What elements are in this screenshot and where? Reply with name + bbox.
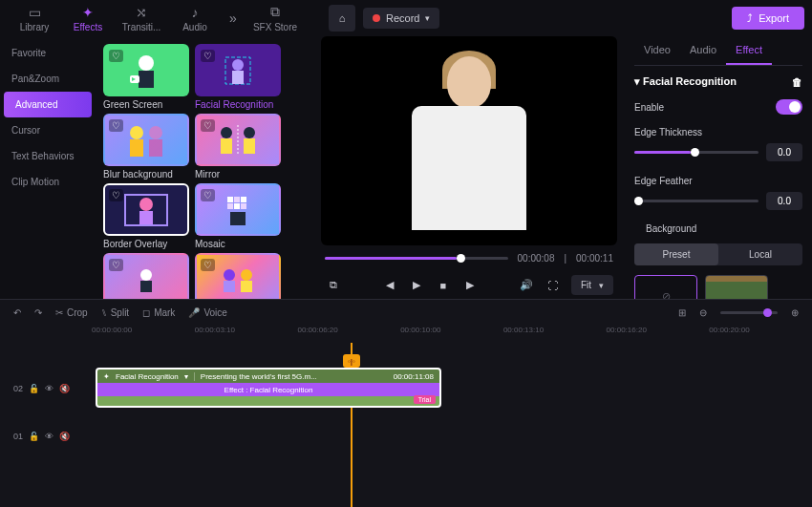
- bg-tab-local[interactable]: Local: [718, 243, 802, 265]
- progress-handle[interactable]: [457, 254, 465, 263]
- effect-label: Mirror: [195, 169, 281, 180]
- edge-thickness-value[interactable]: 0.0: [766, 143, 802, 161]
- rtab-effect[interactable]: Effect: [726, 36, 772, 65]
- clip-effect-name: Facial Recognition: [116, 372, 179, 381]
- next-icon: ▶: [466, 279, 474, 291]
- time-current: 00:00:08: [518, 253, 555, 264]
- prev-frame-button[interactable]: ◀: [381, 277, 398, 294]
- progress-bar[interactable]: [325, 257, 508, 260]
- sidebar-item-favorite[interactable]: Favorite: [0, 40, 96, 66]
- tab-more[interactable]: »: [222, 0, 245, 36]
- effect-item[interactable]: ♡: [103, 253, 189, 299]
- clip-duration: 00:00:11:08: [394, 372, 434, 381]
- edge-feather-slider[interactable]: [634, 200, 759, 202]
- play-icon: ▶: [413, 279, 420, 291]
- tab-transitions[interactable]: ⤭Transiti...: [115, 0, 168, 36]
- svg-rect-25: [230, 212, 246, 225]
- fit-timeline-button[interactable]: ⊞: [678, 307, 686, 318]
- svg-rect-19: [227, 197, 233, 202]
- fit-icon: ⊞: [678, 307, 686, 318]
- crop-tool[interactable]: ✂Crop: [55, 307, 88, 318]
- transitions-icon: ⤭: [136, 5, 147, 20]
- store-icon: ⧉: [270, 4, 280, 20]
- video-clip[interactable]: ✦ Facial Recognition ▾ Presenting the wo…: [96, 368, 441, 408]
- mark-tool[interactable]: ◻Mark: [142, 307, 175, 318]
- track-number: 02: [13, 384, 23, 393]
- effect-blur-background[interactable]: ♡ Blur background: [103, 114, 189, 180]
- effect-title: Facial Recognition: [643, 75, 737, 87]
- effect-mirror[interactable]: ♡ Mirror: [195, 114, 281, 180]
- effect-green-screen[interactable]: ♡ Green Screen: [103, 44, 189, 110]
- zoom-out-button[interactable]: ⊖: [699, 307, 707, 318]
- tab-sfx-store[interactable]: ⧉SFX Store: [245, 0, 306, 36]
- clip-title: Presenting the world's first 5G.m...: [194, 372, 317, 381]
- svg-rect-6: [232, 71, 244, 84]
- effect-mosaic[interactable]: ♡ Mosaic: [195, 183, 281, 249]
- sidebar-item-advanced[interactable]: Advanced: [4, 92, 92, 117]
- collapse-icon: ▾: [634, 75, 640, 87]
- plus-icon: ⊕: [791, 307, 799, 318]
- chevron-down-icon: ▾: [184, 372, 188, 381]
- snapshot-button[interactable]: ⧉: [325, 277, 342, 294]
- svg-point-28: [224, 269, 235, 281]
- delete-button[interactable]: 🗑: [792, 76, 802, 88]
- eye-icon[interactable]: 👁: [45, 384, 53, 393]
- edge-feather-value[interactable]: 0.0: [766, 192, 802, 210]
- mute-icon[interactable]: 🔇: [59, 432, 70, 441]
- favorite-icon: ♡: [201, 119, 215, 132]
- effects-icon: ✦: [82, 5, 94, 20]
- undo-button[interactable]: ↶: [13, 307, 21, 318]
- lock-icon[interactable]: 🔓: [29, 384, 39, 393]
- play-button[interactable]: ▶: [408, 277, 425, 294]
- export-button[interactable]: ⤴ Export: [732, 7, 804, 30]
- zoom-slider[interactable]: [720, 311, 778, 314]
- sidebar-item-text-behaviors[interactable]: Text Behaviors: [0, 143, 96, 169]
- eye-icon[interactable]: 👁: [45, 432, 53, 441]
- effect-item[interactable]: ♡: [195, 253, 281, 299]
- favorite-icon: ♡: [201, 50, 215, 62]
- zoom-in-button[interactable]: ⊕: [791, 307, 799, 318]
- volume-icon: 🔊: [520, 279, 533, 291]
- redo-button[interactable]: ↷: [34, 307, 42, 318]
- enable-label: Enable: [634, 102, 664, 113]
- audio-icon: ♪: [192, 5, 199, 20]
- record-button[interactable]: Record ▾: [363, 8, 439, 29]
- favorite-icon: ♡: [201, 189, 215, 201]
- voice-tool[interactable]: 🎤Voice: [188, 307, 226, 318]
- tab-audio[interactable]: ♪Audio: [168, 0, 222, 36]
- svg-point-17: [139, 198, 153, 211]
- effect-label: Mosaic: [195, 239, 281, 249]
- timeline-size- легко-ruler[interactable]: 00:00:00:00 00:00:03:10 00:00:06:20 00:0…: [0, 326, 812, 343]
- tab-library[interactable]: ▭Library: [8, 0, 61, 36]
- lock-icon[interactable]: 🔓: [29, 432, 39, 441]
- bg-tab-preset[interactable]: Preset: [634, 243, 718, 265]
- track-number: 01: [13, 432, 23, 441]
- fit-select[interactable]: Fit▾: [571, 275, 613, 295]
- stop-button[interactable]: ■: [435, 277, 452, 294]
- effect-facial-recognition[interactable]: ♡ Facial Recognition: [195, 44, 281, 110]
- volume-button[interactable]: 🔊: [518, 277, 535, 294]
- track-body-empty[interactable]: [92, 415, 812, 457]
- enable-toggle[interactable]: [776, 99, 802, 115]
- effect-border-overlay[interactable]: ♡ Border Overlay: [103, 183, 189, 249]
- home-button[interactable]: ⌂: [329, 5, 355, 32]
- sidebar-item-panzoom[interactable]: Pan&Zoom: [0, 66, 96, 92]
- svg-point-5: [232, 59, 244, 71]
- split-tool[interactable]: ⑊Split: [101, 307, 129, 318]
- fullscreen-button[interactable]: ⛶: [545, 277, 562, 294]
- undo-icon: ↶: [13, 307, 21, 318]
- rtab-video[interactable]: Video: [634, 36, 680, 65]
- rtab-audio[interactable]: Audio: [680, 36, 726, 65]
- chevron-down-icon: ▾: [599, 281, 604, 290]
- mute-icon[interactable]: 🔇: [59, 384, 70, 393]
- sidebar-item-clip-motion[interactable]: Clip Motion: [0, 169, 96, 195]
- edge-thickness-slider[interactable]: [634, 151, 759, 154]
- sidebar-item-cursor[interactable]: Cursor: [0, 117, 96, 143]
- chevron-right-icon: »: [229, 11, 237, 26]
- favorite-icon: ♡: [109, 119, 123, 132]
- tab-effects[interactable]: ✦Effects: [61, 0, 115, 36]
- svg-rect-31: [241, 281, 252, 292]
- home-icon: ⌂: [339, 12, 346, 24]
- chevron-down-icon: ▾: [425, 13, 430, 23]
- next-frame-button[interactable]: ▶: [461, 277, 479, 294]
